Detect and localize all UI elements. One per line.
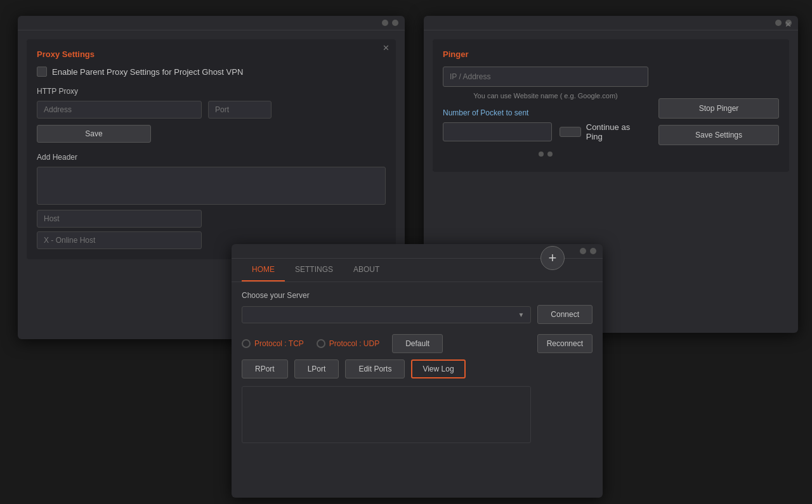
pocket-row: Continue as Ping bbox=[443, 122, 648, 141]
tab-home[interactable]: HOME bbox=[242, 259, 285, 281]
pinger-ip-input[interactable] bbox=[443, 67, 648, 87]
server-select-row: ▼ Connect bbox=[242, 305, 593, 324]
pinger-close-icon[interactable]: ✕ bbox=[785, 20, 792, 29]
protocol-tcp-label: Protocol : TCP bbox=[242, 339, 304, 348]
proxy-titlebar bbox=[18, 16, 405, 30]
vpn-window: + HOME SETTINGS ABOUT Choose your Server… bbox=[232, 244, 603, 498]
vpn-left-controls: Protocol : TCP Protocol : UDP Default RP… bbox=[242, 334, 531, 443]
vpn-dot-1 bbox=[580, 248, 586, 254]
continue-ping-toggle[interactable] bbox=[560, 127, 581, 137]
pinger-hint: You can use Website name ( e.g. Google.c… bbox=[443, 92, 648, 100]
protocol-udp-label: Protocol : UDP bbox=[317, 339, 379, 348]
pinger-dot-1 bbox=[775, 20, 782, 26]
host-input[interactable] bbox=[37, 210, 202, 228]
dropdown-arrow-icon: ▼ bbox=[518, 311, 524, 318]
pocket-input[interactable] bbox=[443, 122, 552, 141]
header-box bbox=[37, 167, 386, 205]
proxy-address-input[interactable] bbox=[37, 101, 202, 119]
proxy-enable-label: Enable Parent Proxy Settings for Project… bbox=[52, 67, 243, 77]
protocol-row: Protocol : TCP Protocol : UDP Default bbox=[242, 334, 531, 353]
proxy-enable-checkbox[interactable] bbox=[37, 67, 47, 77]
default-button[interactable]: Default bbox=[392, 334, 443, 353]
pocket-label: Number of Pocket to sent bbox=[443, 108, 648, 117]
connect-button[interactable]: Connect bbox=[537, 305, 593, 324]
server-label: Choose your Server bbox=[242, 291, 593, 300]
proxy-checkbox-row: Enable Parent Proxy Settings for Project… bbox=[37, 67, 386, 77]
vpn-content: Choose your Server ▼ Connect Protocol : … bbox=[232, 282, 603, 493]
reconnect-button[interactable]: Reconnect bbox=[537, 334, 593, 353]
proxy-inner-panel: ✕ Proxy Settings Enable Parent Proxy Set… bbox=[27, 39, 396, 259]
pinger-left: You can use Website name ( e.g. Google.c… bbox=[443, 67, 648, 162]
dot-1 bbox=[539, 152, 544, 157]
port-row: RPort LPort Edit Ports View Log bbox=[242, 359, 531, 378]
proxy-close-icon[interactable]: ✕ bbox=[383, 43, 390, 53]
lport-button[interactable]: LPort bbox=[294, 359, 339, 378]
vpn-inner: + HOME SETTINGS ABOUT Choose your Server… bbox=[232, 259, 603, 493]
dot-2 bbox=[547, 152, 553, 157]
tab-about[interactable]: ABOUT bbox=[343, 259, 390, 281]
dots-indicator bbox=[443, 152, 648, 157]
pinger-layout: You can use Website name ( e.g. Google.c… bbox=[443, 67, 779, 162]
pinger-titlebar bbox=[424, 16, 798, 30]
edit-ports-button[interactable]: Edit Ports bbox=[345, 359, 405, 378]
x-online-host-input[interactable] bbox=[37, 231, 202, 249]
rport-button[interactable]: RPort bbox=[242, 359, 288, 378]
vpn-dot-2 bbox=[590, 248, 596, 254]
continue-ping-label: Continue as Ping bbox=[586, 122, 648, 141]
add-header-label: Add Header bbox=[37, 153, 386, 162]
header-inputs bbox=[37, 210, 386, 249]
server-dropdown[interactable]: ▼ bbox=[242, 306, 531, 323]
vpn-bottom-area: Protocol : TCP Protocol : UDP Default RP… bbox=[242, 334, 593, 443]
protocol-udp-text: Protocol : UDP bbox=[329, 339, 379, 348]
pinger-title: Pinger bbox=[443, 49, 779, 59]
add-server-button[interactable]: + bbox=[540, 246, 565, 270]
proxy-section-title: Proxy Settings bbox=[37, 49, 386, 59]
titlebar-dot-2 bbox=[392, 20, 398, 26]
tab-settings[interactable]: SETTINGS bbox=[285, 259, 343, 281]
view-log-button[interactable]: View Log bbox=[411, 359, 465, 378]
pinger-inner: ✕ Pinger You can use Website name ( e.g.… bbox=[433, 39, 789, 172]
log-area bbox=[242, 386, 531, 443]
radio-udp[interactable] bbox=[317, 339, 325, 348]
proxy-port-input[interactable] bbox=[208, 101, 272, 119]
http-proxy-label: HTTP Proxy bbox=[37, 87, 386, 96]
protocol-tcp-text: Protocol : TCP bbox=[254, 339, 304, 348]
vpn-right-controls: Reconnect bbox=[537, 334, 593, 443]
titlebar-dot-1 bbox=[382, 20, 388, 26]
pinger-right: Stop Pinger Save Settings bbox=[658, 67, 779, 162]
stop-pinger-button[interactable]: Stop Pinger bbox=[658, 98, 779, 119]
save-settings-button[interactable]: Save Settings bbox=[658, 125, 779, 145]
proxy-save-button[interactable]: Save bbox=[37, 125, 151, 143]
radio-tcp[interactable] bbox=[242, 339, 251, 348]
pinger-buttons: Stop Pinger Save Settings bbox=[658, 98, 779, 145]
ping-toggle-row: Continue as Ping bbox=[560, 122, 648, 141]
proxy-address-row bbox=[37, 101, 386, 119]
